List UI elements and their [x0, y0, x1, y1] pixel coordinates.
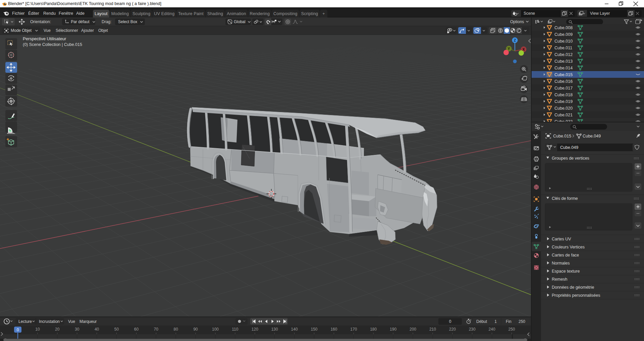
svg-text:Cube.015: Cube.015 [553, 134, 571, 138]
svg-text:Cube.049: Cube.049 [583, 134, 601, 138]
svg-text:40: 40 [95, 327, 99, 332]
svg-text:180: 180 [370, 327, 377, 332]
svg-text:160: 160 [330, 327, 337, 332]
svg-text:Marqueur: Marqueur [79, 319, 97, 324]
svg-text:Clés de forme: Clés de forme [552, 196, 578, 201]
svg-text:Cube.013: Cube.013 [554, 59, 573, 64]
svg-text:240: 240 [489, 327, 495, 332]
svg-text:Cube.016: Cube.016 [554, 79, 573, 84]
svg-text:0: 0 [449, 319, 451, 324]
svg-text:Espace texture: Espace texture [552, 269, 580, 274]
svg-text:Propriétés personnalisées: Propriétés personnalisées [552, 293, 600, 298]
svg-text:50: 50 [114, 327, 119, 332]
svg-text:170: 170 [350, 327, 357, 332]
svg-text:20: 20 [55, 327, 60, 332]
svg-text:Cube.009: Cube.009 [554, 32, 573, 37]
svg-text:Y: Y [507, 47, 510, 51]
svg-text:Cube.008: Cube.008 [554, 25, 573, 30]
svg-text:100: 100 [212, 327, 219, 332]
svg-text:Cube.014: Cube.014 [554, 66, 573, 70]
svg-text:110: 110 [232, 327, 238, 332]
svg-text:Cube.017: Cube.017 [554, 86, 573, 91]
svg-text:Cube.012: Cube.012 [554, 52, 573, 57]
svg-text:80: 80 [174, 327, 178, 332]
svg-text:10: 10 [35, 327, 40, 332]
svg-text:Cartes de face: Cartes de face [552, 253, 579, 258]
svg-text:60: 60 [134, 327, 139, 332]
svg-text:Cube.018: Cube.018 [554, 93, 573, 97]
svg-text:210: 210 [429, 327, 436, 332]
svg-text:150: 150 [311, 327, 317, 332]
svg-text:70: 70 [154, 327, 159, 332]
svg-text:Incrustation: Incrustation [39, 319, 60, 324]
svg-text:1: 1 [494, 319, 497, 324]
svg-text:250: 250 [519, 319, 525, 324]
svg-text:Cube.011: Cube.011 [554, 46, 572, 50]
svg-text:Cube.015: Cube.015 [554, 72, 573, 77]
svg-text:Lecture: Lecture [18, 319, 32, 324]
svg-text:Cube.020: Cube.020 [554, 106, 573, 111]
svg-text:220: 220 [449, 327, 456, 332]
svg-text:Cube.010: Cube.010 [554, 39, 573, 44]
svg-text:Cube.019: Cube.019 [554, 99, 573, 104]
svg-text:Données de géométrie: Données de géométrie [552, 285, 594, 290]
svg-text:90: 90 [193, 327, 198, 332]
svg-text:Groupes de vertices: Groupes de vertices [552, 156, 589, 161]
svg-text:Début: Début [476, 319, 487, 324]
svg-text:140: 140 [291, 327, 298, 332]
svg-text:30: 30 [75, 327, 79, 332]
svg-text:230: 230 [469, 327, 476, 332]
svg-text:250: 250 [508, 327, 515, 332]
svg-text:Z: Z [514, 38, 516, 42]
svg-text:130: 130 [271, 327, 278, 332]
svg-text:120: 120 [252, 327, 258, 332]
svg-text:Remesh: Remesh [552, 277, 568, 282]
svg-text:Cube.021: Cube.021 [554, 113, 573, 117]
svg-text:Couleurs Vertices: Couleurs Vertices [552, 245, 585, 249]
svg-text:Vue: Vue [68, 319, 75, 324]
svg-text:X: X [522, 47, 525, 51]
svg-text:Cube.049: Cube.049 [560, 145, 578, 150]
svg-text:Normales: Normales [552, 261, 570, 266]
svg-text:200: 200 [410, 327, 416, 332]
svg-text:Cube.022: Cube.022 [554, 119, 573, 122]
svg-text:0: 0 [17, 328, 19, 332]
svg-text:Fin: Fin [506, 319, 512, 324]
svg-text:190: 190 [390, 327, 396, 332]
svg-text:Cartes UV: Cartes UV [552, 237, 571, 241]
